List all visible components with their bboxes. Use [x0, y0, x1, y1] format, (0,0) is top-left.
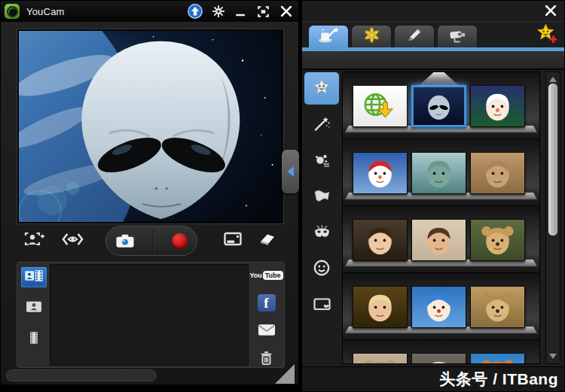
record-button[interactable]: [172, 233, 188, 249]
effect-statue-of-liberty[interactable]: [411, 152, 466, 194]
tab-gadgets[interactable]: [351, 25, 392, 47]
effect-man-avatar[interactable]: [411, 219, 466, 261]
scroll-up-icon[interactable]: [549, 77, 557, 82]
close-button[interactable]: [279, 4, 294, 19]
status-pill: [6, 369, 157, 381]
video-preview: [17, 29, 283, 223]
tab-surveillance[interactable]: [437, 25, 478, 47]
scroll-down-icon[interactable]: [549, 354, 557, 359]
effect-category-sidebar: [304, 72, 340, 321]
draw-pencil-icon: [406, 27, 423, 47]
shelf-tiles: [353, 152, 525, 194]
filter-all-media-button[interactable]: [21, 267, 47, 287]
gallery-share-column: You Tube f: [249, 263, 284, 367]
status-bar: [6, 369, 294, 383]
emoticon-smiley-icon: [313, 260, 330, 279]
all-media-icon: [24, 269, 44, 286]
effects-panel-close-button[interactable]: [543, 3, 558, 18]
gallery-filter-column: [17, 263, 50, 367]
effect-category-magic-effects[interactable]: [304, 108, 339, 141]
effects-panel-window: 头条号 / ITBang: [301, 0, 565, 392]
watermark-text: 头条号 / ITBang: [439, 369, 558, 390]
tab-draw[interactable]: [394, 25, 435, 47]
eraser-button[interactable]: [258, 232, 276, 246]
logo-lens: [7, 6, 18, 17]
effect-golden-retriever[interactable]: [470, 286, 525, 328]
share-email-button[interactable]: [252, 321, 281, 339]
watermark-bar: 头条号 / ITBang: [302, 366, 564, 391]
shelf-tiles: [353, 353, 525, 364]
effect-category-masks[interactable]: [304, 217, 339, 249]
capture-controls: [1, 225, 300, 258]
effect-category-particle-effects[interactable]: [304, 144, 339, 177]
minimize-button[interactable]: [234, 5, 248, 19]
effect-terracotta-warrior[interactable]: [470, 152, 525, 194]
particle-splash-icon: [313, 151, 331, 171]
effect-teddy-bear[interactable]: [470, 219, 525, 261]
filter-videos-only-button[interactable]: [21, 329, 47, 349]
magic-wand-icon: [313, 115, 331, 135]
filter-photos-only-button[interactable]: [21, 298, 47, 318]
shelf-row-2: [343, 139, 539, 206]
effect-blond-man[interactable]: [353, 286, 408, 328]
tab-effects[interactable]: [308, 25, 349, 47]
desktop: YouCam: [0, 0, 565, 392]
effect-woman-avatar[interactable]: [353, 219, 408, 261]
scrollbar-thumb[interactable]: [548, 84, 557, 235]
panel-collapse-handle[interactable]: [282, 150, 299, 193]
gallery-empty-area[interactable]: [50, 264, 249, 366]
avatar-star-face-icon: [313, 78, 331, 99]
effect-category-emoticons[interactable]: [304, 253, 339, 285]
shelf-row-5: [343, 340, 539, 364]
youtube-you-text: You: [249, 272, 261, 279]
effect-snowman[interactable]: [353, 152, 408, 194]
capture-pill: [105, 226, 197, 256]
titlebar: YouCam: [1, 1, 298, 22]
effect-category-avatars[interactable]: [304, 72, 339, 105]
effect-lamb-doll[interactable]: [470, 353, 525, 364]
effect-category-frames[interactable]: [304, 289, 339, 321]
pill-divider: [153, 229, 154, 252]
face-login-button[interactable]: [23, 231, 45, 247]
effect-category-distortions[interactable]: [304, 181, 339, 213]
shelf-row-1: [343, 72, 539, 139]
youcam-logo-icon: [5, 4, 20, 19]
effects-shelf: [342, 71, 540, 364]
add-emotion-effect-button[interactable]: [536, 23, 557, 46]
upgrade-button[interactable]: [187, 3, 203, 20]
snapshot-button[interactable]: [115, 233, 135, 248]
youtube-tube-text: Tube: [263, 271, 283, 280]
effects-content: [302, 70, 564, 367]
surveillance-camera-icon: [448, 27, 467, 46]
titlebar-buttons: [187, 1, 294, 22]
effect-alien[interactable]: [411, 85, 466, 127]
effects-tab-bar: [302, 22, 564, 47]
effect-download-more-effects[interactable]: [353, 85, 408, 127]
effects-subtoolbar: [302, 51, 564, 70]
settings-button[interactable]: [212, 5, 225, 18]
shelf-tiles: [353, 219, 525, 261]
shelf-tiles: [353, 85, 525, 127]
effect-clown[interactable]: [411, 286, 466, 328]
resize-grip[interactable]: [275, 364, 295, 384]
photos-icon: [25, 299, 43, 317]
magic-hat-wand-icon: [318, 26, 339, 47]
preview-toggle-button[interactable]: [61, 232, 84, 247]
selection-spotlight: [417, 71, 461, 87]
alien-video-frame: [19, 31, 282, 222]
share-youtube-button[interactable]: You Tube: [252, 266, 281, 285]
gadgets-pinwheel-icon: [363, 26, 380, 47]
media-gallery: You Tube f: [17, 262, 285, 368]
fullscreen-button[interactable]: [256, 5, 270, 19]
share-facebook-button[interactable]: f: [258, 294, 276, 311]
present-button[interactable]: [224, 232, 242, 246]
effects-scrollbar[interactable]: [545, 71, 560, 364]
frame-heart-icon: [313, 296, 331, 315]
effect-poodle-puppy[interactable]: [353, 353, 408, 364]
masquerade-mask-icon: [313, 223, 331, 242]
effect-stone-statue[interactable]: [411, 353, 466, 364]
window-title: YouCam: [26, 6, 65, 17]
shelf-row-4: [343, 273, 539, 340]
effect-santa-claus[interactable]: [470, 85, 525, 127]
youcam-main-window: YouCam: [0, 0, 299, 385]
